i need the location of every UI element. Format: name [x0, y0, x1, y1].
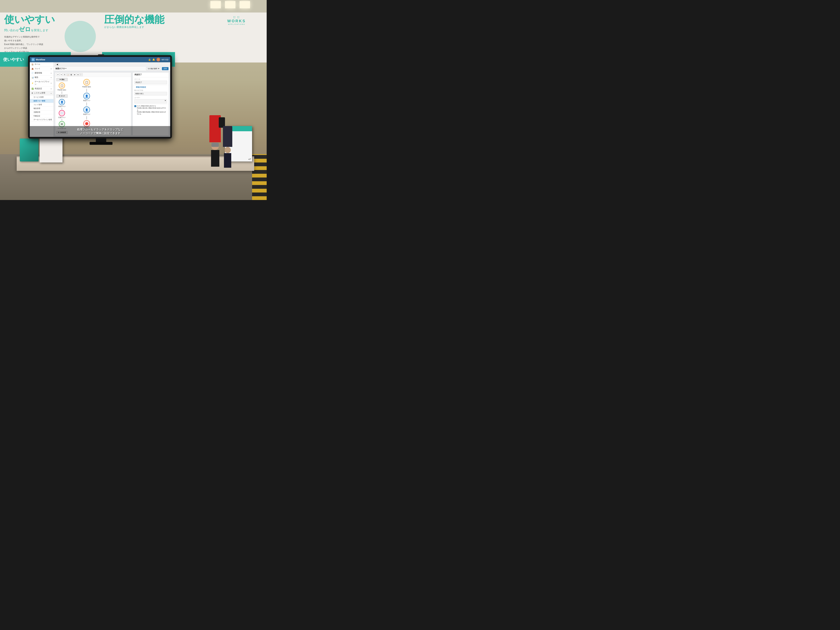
- flow-center-column: 📋 申請者の提出 👤 承認タスク: [82, 79, 91, 129]
- section-task-label: ▶ タスク: [56, 95, 68, 98]
- safety-stripe: [252, 154, 267, 200]
- person-dark-head: [224, 147, 231, 153]
- zoom-out-btn[interactable]: ⊖: [76, 73, 79, 76]
- docs-arrow: ▼: [51, 73, 52, 74]
- light-1: [210, 1, 221, 8]
- user-avatar: 人: [156, 58, 160, 62]
- sidebar-item-system[interactable]: ⚙ システム管理 ▲: [30, 91, 54, 95]
- system-icon: ⚙: [32, 92, 33, 94]
- center-submit-label: 申請者の提出: [82, 86, 91, 88]
- expense-label: 充費管理: [33, 111, 40, 113]
- redo-btn[interactable]: ↪: [60, 73, 63, 76]
- monitor-container: ⊞ Workflow 🔒 🔔 人 相田 恵彦 🏠 ホーム: [28, 55, 174, 145]
- sidebar-item-home[interactable]: 🏠 ホーム: [30, 62, 54, 67]
- assign-value[interactable]: 検索の挿入: [134, 92, 167, 95]
- flow-mgmt-label: 処理フロー管理: [33, 100, 45, 102]
- ceiling-lights: [210, 1, 250, 8]
- sidebar-item-data-pipeline-mgmt[interactable]: データパイプライン管理: [30, 118, 54, 122]
- canvas-title-bar: 無題のフロー その他の操作 ▼ 反映: [54, 66, 170, 71]
- copy-btn[interactable]: ⎘: [63, 73, 66, 76]
- home-label: ホーム: [35, 63, 40, 66]
- monitor-screen: ⊞ Workflow 🔒 🔔 人 相田 恵彦 🏠 ホーム: [30, 57, 170, 137]
- app-body: 🏠 ホーム 📥 トレイ ▼ 📄 書類情報 ▼ 📊: [30, 62, 170, 137]
- user-label: ユーザー: [134, 97, 167, 99]
- flow-node-submit[interactable]: 📋 申請者の提出: [56, 82, 68, 91]
- box-number: 4ア: [248, 158, 251, 160]
- checkbox-label: ログに事後共有者を表示する申請者が提出前に事後共有者の設定を許可する申請者が最終…: [137, 105, 167, 115]
- flow-node-response-task[interactable]: 📨 応接タスク: [56, 110, 68, 118]
- response-task-icon: 📨: [59, 110, 65, 116]
- pipeline-icon: ⚡: [32, 82, 34, 84]
- service-label: サービス管理: [33, 96, 44, 98]
- undo-btn[interactable]: ↩: [57, 73, 59, 76]
- flow-center-approval-2[interactable]: 👤 承認タスク: [83, 106, 90, 115]
- sidebar-item-report[interactable]: 📊 報告 ▼: [30, 76, 54, 80]
- sidebar-item-service[interactable]: サービス管理: [30, 95, 54, 99]
- user-value[interactable]: ⚑: [134, 99, 167, 103]
- sidebar-item-approval-settings[interactable]: ✅ 承認設定 ▼: [30, 87, 54, 91]
- header-right: 🔒 🔔 人 相田 恵彦: [148, 58, 169, 62]
- report-icon: 📊: [32, 76, 34, 79]
- person-dark-pants: [224, 153, 231, 168]
- assign-field: 割り当て方法 検索の挿入: [133, 89, 169, 96]
- pipeline-arrow: ▼: [51, 82, 52, 84]
- sharing-section: ・事後共有設定: [133, 85, 169, 89]
- sidebar-item-tray[interactable]: 📥 トレイ ▼: [30, 67, 54, 71]
- subtitle-overlay: 処理フローもドラッグ＆ドロップなど ノーコードで簡単に設定できます: [30, 126, 170, 137]
- tray-mgmt-label: トレイ管理: [33, 104, 42, 106]
- sidebar-item-pipeline[interactable]: ⚡ データパイプライン ▼: [30, 80, 54, 87]
- sidebar-item-report-mgmt[interactable]: 報告管理: [30, 107, 54, 111]
- monitor-camera-bump: [98, 54, 104, 56]
- title-field-value[interactable]: 承認完了: [134, 81, 167, 84]
- approval-task-icon: 👤: [59, 99, 65, 105]
- sidebar-item-print[interactable]: 印象設定: [30, 114, 54, 118]
- approval-settings-label: 承認設定: [35, 87, 42, 90]
- back-button[interactable]: ◀: [55, 63, 59, 66]
- person-dark: [223, 126, 232, 168]
- person-red: [209, 115, 221, 167]
- connector-3: [62, 119, 62, 121]
- connector-1: [62, 92, 62, 94]
- tray-arrow: ▼: [51, 68, 52, 69]
- sidebar-item-documents[interactable]: 📄 書類情報 ▼: [30, 71, 54, 76]
- ceiling: [0, 0, 267, 13]
- submit-label: 申請者の提出: [57, 89, 66, 91]
- center-approval-1-label: 承認タスク: [83, 100, 90, 102]
- banner-left: 使いやすい 問い合わせゼロを実現します 先進的なデザインと視覚的な操作性で 使い…: [4, 14, 55, 54]
- logo-sub: APPLICATIONS: [227, 23, 246, 25]
- person-dark-body: [223, 126, 232, 147]
- report-mgmt-label: 報告管理: [33, 107, 40, 109]
- assign-label: 割り当て方法: [134, 89, 167, 92]
- other-actions-button[interactable]: その他の操作 ▼: [146, 67, 161, 70]
- paste-btn[interactable]: 📋: [66, 73, 69, 76]
- center-connector-2: [87, 103, 87, 106]
- fit-btn[interactable]: ⛶: [80, 73, 83, 76]
- green-stripe-text: 使いやすい: [3, 57, 24, 62]
- banner-left-subtitle: 問い合わせゼロを実現します: [4, 25, 55, 33]
- monitor-base: [90, 142, 112, 145]
- checkbox-checked[interactable]: ✓: [134, 105, 136, 107]
- sidebar-item-tray-mgmt[interactable]: トレイ管理: [30, 103, 54, 107]
- response-task-label: 応接タスク: [58, 117, 66, 118]
- user-field-icon: ⚑: [164, 100, 166, 102]
- submit-icon: 📋: [59, 82, 65, 89]
- banner-left-body: 先進的なデザインと視覚的な操作性で 使いやすさを追求。 Excel 同様の操作感…: [4, 35, 55, 54]
- zoom-in-btn[interactable]: ⊕: [73, 73, 76, 76]
- flow-center-submit[interactable]: 📋 申請者の提出: [82, 79, 91, 88]
- docs-label: 書類情報: [35, 72, 42, 74]
- save-button[interactable]: 反映: [162, 67, 169, 70]
- banner-left-title: 使いやすい: [4, 14, 55, 25]
- center-submit-icon: 📋: [83, 79, 90, 85]
- works-logo: ∷ ∷ WORKS APPLICATIONS: [227, 16, 246, 25]
- user-name: 相田 恵彦: [161, 58, 169, 61]
- approval-task-label: 承認タスク: [58, 106, 66, 107]
- sidebar-item-flow-mgmt[interactable]: 処理フロー管理: [30, 99, 54, 103]
- sidebar-item-expense[interactable]: 充費管理: [30, 111, 54, 114]
- circle-decoration: [65, 21, 96, 52]
- delete-btn[interactable]: 🗑: [70, 73, 73, 76]
- flow-center-approval-1[interactable]: 👤 承認タスク: [83, 93, 90, 102]
- flow-node-approval-task[interactable]: 👤 承認タスク: [56, 99, 68, 107]
- checkbox-section: ✓ ログに事後共有者を表示する申請者が提出前に事後共有者の設定を許可する申請者が…: [133, 104, 169, 116]
- sidebar: 🏠 ホーム 📥 トレイ ▼ 📄 書類情報 ▼ 📊: [30, 62, 54, 137]
- canvas-title: 無題のフロー: [55, 67, 67, 70]
